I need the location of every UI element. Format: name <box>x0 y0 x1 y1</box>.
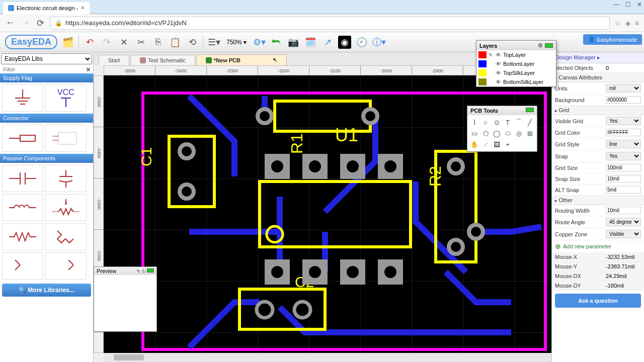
align-icon[interactable]: ☰▾ <box>207 36 220 49</box>
share-icon[interactable]: ⮪ <box>270 36 283 49</box>
ask-question-button[interactable]: Ask a question <box>555 294 641 308</box>
preview-panel[interactable]: Preview✎↻ <box>94 266 157 332</box>
category-connector[interactable]: Connector <box>0 114 93 123</box>
ellipse-tool-icon[interactable]: ⬭ <box>503 128 513 138</box>
units-select[interactable]: mil <box>606 84 641 93</box>
libs-select[interactable]: EasyEDA Libs <box>1 53 92 64</box>
comp-conn2[interactable] <box>45 125 87 152</box>
settings-icon[interactable]: ⚙▾ <box>253 36 266 49</box>
section-other[interactable]: Other <box>552 196 644 205</box>
more-libraries-button[interactable]: 🔍 More Libraries... <box>2 284 91 297</box>
layers-panel[interactable]: Layers⚙ ✎👁TopLayer 👁BottomLayer 👁TopSilk… <box>476 40 556 87</box>
eye-icon[interactable]: 👁 <box>496 52 501 58</box>
plus-tool-icon[interactable]: + <box>503 139 513 149</box>
grid-style-select[interactable]: line <box>606 140 641 148</box>
undo-icon[interactable]: ↶ <box>83 36 96 49</box>
star-icon[interactable]: ☆ <box>615 19 621 27</box>
category-passive[interactable]: Passive Components <box>0 154 93 163</box>
history-icon[interactable]: 🕘 <box>355 36 368 49</box>
copy-icon[interactable]: ⎘ <box>151 36 165 49</box>
delete-icon[interactable]: ✕ <box>117 36 130 49</box>
open-icon[interactable]: 🗂️ <box>61 36 74 49</box>
layer-row[interactable]: ✎👁TopLayer <box>476 50 556 59</box>
eye-icon[interactable]: 👁 <box>496 61 501 67</box>
back-icon[interactable]: ← <box>5 18 15 28</box>
comp-diode2[interactable] <box>45 252 87 280</box>
hand-tool-icon[interactable]: ✋ <box>469 139 479 149</box>
comp-res-var[interactable] <box>45 194 87 221</box>
copper-zone-select[interactable]: Visible <box>606 230 641 238</box>
flip-icon[interactable]: ⟲ <box>186 36 199 49</box>
tab-schematic[interactable]: Test Schematic <box>130 55 195 65</box>
design-manager-link[interactable]: Design Manager ▸ <box>552 52 644 63</box>
measure-tool-icon[interactable]: ⟋ <box>480 139 491 149</box>
pad-tool-icon[interactable]: ○ <box>480 117 491 127</box>
array-tool-icon[interactable]: ⊞ <box>525 128 535 138</box>
track-tool-icon[interactable]: ⌇ <box>469 117 479 127</box>
visible-grid-select[interactable]: Yes <box>606 117 641 125</box>
bom-icon[interactable]: 🗓️ <box>304 36 317 49</box>
minimize-icon[interactable]: — <box>613 1 619 8</box>
text-tool-icon[interactable]: T <box>503 117 513 127</box>
alt-snap-input[interactable] <box>606 186 641 194</box>
arc-tool-icon[interactable]: ⌒ <box>514 117 524 127</box>
circle-tool-icon[interactable]: ◯ <box>492 128 502 138</box>
app-logo[interactable]: EasyEDA <box>5 35 57 49</box>
menu-icon[interactable]: ≡ <box>635 19 639 27</box>
poly-tool-icon[interactable]: ⬠ <box>480 128 491 138</box>
cut-icon[interactable]: ✂ <box>134 36 147 49</box>
tab-pcb[interactable]: *New PCB↖ <box>196 54 287 65</box>
filter-input[interactable] <box>2 65 86 73</box>
category-supply[interactable]: Supply Flag <box>0 73 93 82</box>
comp-conn1[interactable] <box>2 125 43 152</box>
grid-size-input[interactable] <box>606 164 641 171</box>
grid-color-input[interactable] <box>606 129 641 136</box>
help-icon[interactable]: ⓘ▾ <box>372 36 385 49</box>
comp-cap[interactable] <box>2 165 43 192</box>
refresh-icon[interactable]: ↻ <box>141 268 145 274</box>
steam-icon[interactable]: ◉ <box>338 36 351 49</box>
line-tool-icon[interactable]: ╱ <box>525 117 535 127</box>
image-tool-icon[interactable]: 🖼 <box>492 139 502 149</box>
comp-res[interactable] <box>2 223 43 250</box>
comp-cap-pol[interactable] <box>45 165 87 192</box>
zoom-select[interactable]: 750% ▾ <box>224 38 249 47</box>
layer-row[interactable]: 👁BottomSilkLayer <box>476 77 556 86</box>
paste-icon[interactable]: 📋 <box>169 36 182 49</box>
layer-row[interactable]: 👁TopSilkLayer <box>476 68 556 77</box>
route-angle-select[interactable]: 45 degree <box>606 218 641 226</box>
routing-width-input[interactable] <box>606 207 641 214</box>
pencil-icon[interactable]: ✎ <box>136 268 140 274</box>
snap-size-input[interactable] <box>606 175 641 183</box>
browser-tab[interactable]: Electronic circuit design - ✕ <box>3 2 90 14</box>
via-tool-icon[interactable]: ⊙ <box>492 117 502 127</box>
export-icon[interactable]: ↗ <box>321 36 334 49</box>
shield-icon[interactable]: ◈ <box>625 19 631 27</box>
comp-inductor[interactable] <box>2 194 43 221</box>
rect-tool-icon[interactable]: ▭ <box>469 128 479 138</box>
user-chip[interactable]: 👤 Easyhomemade <box>583 34 642 45</box>
ring-tool-icon[interactable]: ◎ <box>514 128 524 138</box>
comp-vcc[interactable]: VCC <box>45 84 87 112</box>
camera-icon[interactable]: 📷 <box>287 36 300 49</box>
section-canvas-attr[interactable]: Canvas Attributes <box>552 73 644 82</box>
snap-select[interactable]: Yes <box>606 152 641 160</box>
filter-clear-icon[interactable]: ✕ <box>86 66 91 73</box>
layers-settings-icon[interactable]: ⚙ <box>538 42 543 49</box>
comp-gnd[interactable] <box>2 84 43 112</box>
comp-res2[interactable] <box>45 223 87 250</box>
close-tab-icon[interactable]: ✕ <box>80 5 85 11</box>
url-input[interactable]: 🔒 https://easyeda.com/editor#id=cVPJ1jdv… <box>50 17 610 30</box>
background-input[interactable] <box>606 96 641 104</box>
comp-diode1[interactable] <box>2 252 43 280</box>
redo-icon[interactable]: ↷ <box>100 36 113 49</box>
forward-icon[interactable]: → <box>20 18 30 28</box>
layer-row[interactable]: 👁BottomLayer <box>476 59 556 68</box>
maximize-icon[interactable]: ☐ <box>625 1 631 8</box>
eye-icon[interactable]: 👁 <box>496 70 501 76</box>
add-parameter-button[interactable]: Add new parameter <box>552 240 644 252</box>
reload-icon[interactable]: ⟳ <box>35 18 45 29</box>
eye-icon[interactable]: 👁 <box>496 79 501 85</box>
section-grid[interactable]: Grid <box>552 106 644 115</box>
close-window-icon[interactable]: ✕ <box>637 1 642 8</box>
